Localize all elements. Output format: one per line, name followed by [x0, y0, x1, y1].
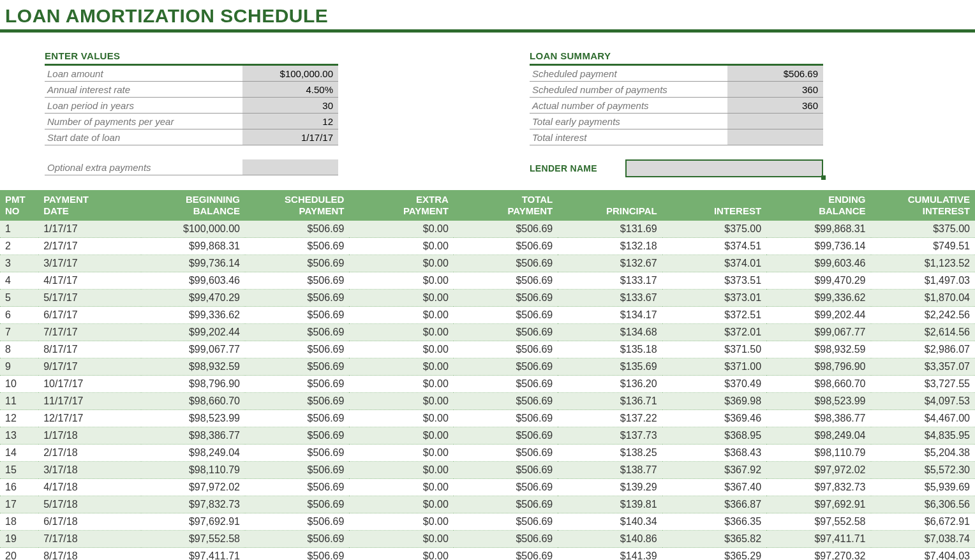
cell-cum[interactable]: $5,939.69	[871, 479, 975, 496]
cell-no[interactable]: 15	[0, 462, 38, 479]
cell-cum[interactable]: $4,467.00	[871, 410, 975, 427]
cell-int[interactable]: $368.43	[662, 445, 766, 462]
table-row[interactable]: 208/17/18$97,411.71$506.69$0.00$506.69$1…	[0, 548, 975, 561]
cell-prin[interactable]: $134.68	[558, 324, 662, 341]
cell-no[interactable]: 20	[0, 548, 38, 561]
cell-int[interactable]: $365.82	[662, 531, 766, 548]
cell-extra[interactable]: $0.00	[349, 341, 453, 358]
cell-total[interactable]: $506.69	[454, 376, 558, 393]
cell-date[interactable]: 6/17/17	[38, 307, 140, 324]
cell-sched[interactable]: $506.69	[245, 548, 349, 561]
cell-extra[interactable]: $0.00	[349, 272, 453, 290]
cell-end[interactable]: $97,972.02	[766, 462, 870, 479]
cell-sched[interactable]: $506.69	[245, 221, 349, 238]
enter-values-value[interactable]: 1/17/17	[242, 129, 338, 145]
cell-int[interactable]: $370.49	[662, 376, 766, 393]
cell-end[interactable]: $97,411.71	[766, 531, 870, 548]
cell-total[interactable]: $506.69	[454, 513, 558, 531]
cell-no[interactable]: 11	[0, 393, 38, 410]
cell-prin[interactable]: $135.18	[558, 341, 662, 358]
cell-beg[interactable]: $98,523.99	[141, 410, 245, 427]
cell-no[interactable]: 8	[0, 341, 38, 358]
cell-total[interactable]: $506.69	[454, 427, 558, 445]
cell-cum[interactable]: $7,404.03	[871, 548, 975, 561]
cell-sched[interactable]: $506.69	[245, 238, 349, 255]
cell-no[interactable]: 5	[0, 290, 38, 307]
cell-end[interactable]: $98,523.99	[766, 393, 870, 410]
cell-prin[interactable]: $138.77	[558, 462, 662, 479]
cell-no[interactable]: 18	[0, 513, 38, 531]
cell-extra[interactable]: $0.00	[349, 462, 453, 479]
cell-cum[interactable]: $3,727.55	[871, 376, 975, 393]
cell-date[interactable]: 3/17/17	[38, 255, 140, 272]
table-row[interactable]: 142/17/18$98,249.04$506.69$0.00$506.69$1…	[0, 445, 975, 462]
cell-prin[interactable]: $140.86	[558, 531, 662, 548]
cell-cum[interactable]: $7,038.74	[871, 531, 975, 548]
cell-int[interactable]: $367.40	[662, 479, 766, 496]
cell-sched[interactable]: $506.69	[245, 255, 349, 272]
cell-no[interactable]: 14	[0, 445, 38, 462]
table-row[interactable]: 186/17/18$97,692.91$506.69$0.00$506.69$1…	[0, 513, 975, 531]
cell-extra[interactable]: $0.00	[349, 548, 453, 561]
cell-prin[interactable]: $138.25	[558, 445, 662, 462]
cell-end[interactable]: $98,110.79	[766, 445, 870, 462]
cell-extra[interactable]: $0.00	[349, 290, 453, 307]
cell-date[interactable]: 10/17/17	[38, 376, 140, 393]
cell-date[interactable]: 5/17/17	[38, 290, 140, 307]
cell-cum[interactable]: $2,614.56	[871, 324, 975, 341]
cell-cum[interactable]: $3,357.07	[871, 358, 975, 376]
cell-int[interactable]: $371.00	[662, 358, 766, 376]
cell-extra[interactable]: $0.00	[349, 221, 453, 238]
cell-date[interactable]: 6/17/18	[38, 513, 140, 531]
cell-prin[interactable]: $131.69	[558, 221, 662, 238]
cell-extra[interactable]: $0.00	[349, 376, 453, 393]
cell-beg[interactable]: $98,110.79	[141, 462, 245, 479]
table-row[interactable]: 22/17/17$99,868.31$506.69$0.00$506.69$13…	[0, 238, 975, 255]
table-row[interactable]: 99/17/17$98,932.59$506.69$0.00$506.69$13…	[0, 358, 975, 376]
cell-total[interactable]: $506.69	[454, 393, 558, 410]
cell-beg[interactable]: $99,603.46	[141, 272, 245, 290]
cell-total[interactable]: $506.69	[454, 341, 558, 358]
enter-values-value[interactable]: 12	[242, 114, 338, 129]
cell-beg[interactable]: $97,411.71	[141, 548, 245, 561]
cell-int[interactable]: $373.51	[662, 272, 766, 290]
cell-int[interactable]: $368.95	[662, 427, 766, 445]
cell-date[interactable]: 1/17/17	[38, 221, 140, 238]
cell-no[interactable]: 13	[0, 427, 38, 445]
cell-prin[interactable]: $133.17	[558, 272, 662, 290]
cell-no[interactable]: 2	[0, 238, 38, 255]
cell-end[interactable]: $97,270.32	[766, 548, 870, 561]
cell-int[interactable]: $372.01	[662, 324, 766, 341]
cell-date[interactable]: 7/17/18	[38, 531, 140, 548]
enter-values-value[interactable]: 30	[242, 98, 338, 113]
cell-total[interactable]: $506.69	[454, 238, 558, 255]
cell-extra[interactable]: $0.00	[349, 427, 453, 445]
cell-total[interactable]: $506.69	[454, 496, 558, 513]
cell-beg[interactable]: $99,868.31	[141, 238, 245, 255]
table-row[interactable]: 1111/17/17$98,660.70$506.69$0.00$506.69$…	[0, 393, 975, 410]
cell-prin[interactable]: $132.67	[558, 255, 662, 272]
table-row[interactable]: 88/17/17$99,067.77$506.69$0.00$506.69$13…	[0, 341, 975, 358]
cell-no[interactable]: 10	[0, 376, 38, 393]
cell-sched[interactable]: $506.69	[245, 376, 349, 393]
cell-cum[interactable]: $6,306.56	[871, 496, 975, 513]
cell-sched[interactable]: $506.69	[245, 358, 349, 376]
cell-end[interactable]: $99,868.31	[766, 221, 870, 238]
cell-end[interactable]: $99,736.14	[766, 238, 870, 255]
cell-end[interactable]: $97,552.58	[766, 513, 870, 531]
cell-sched[interactable]: $506.69	[245, 393, 349, 410]
table-row[interactable]: 33/17/17$99,736.14$506.69$0.00$506.69$13…	[0, 255, 975, 272]
cell-beg[interactable]: $99,067.77	[141, 341, 245, 358]
cell-beg[interactable]: $98,932.59	[141, 358, 245, 376]
cell-extra[interactable]: $0.00	[349, 513, 453, 531]
cell-sched[interactable]: $506.69	[245, 445, 349, 462]
cell-total[interactable]: $506.69	[454, 462, 558, 479]
cell-total[interactable]: $506.69	[454, 548, 558, 561]
cell-beg[interactable]: $98,660.70	[141, 393, 245, 410]
cell-total[interactable]: $506.69	[454, 307, 558, 324]
cell-beg[interactable]: $99,470.29	[141, 290, 245, 307]
lender-name-input[interactable]	[625, 159, 823, 177]
cell-beg[interactable]: $98,386.77	[141, 427, 245, 445]
cell-sched[interactable]: $506.69	[245, 272, 349, 290]
table-row[interactable]: 164/17/18$97,972.02$506.69$0.00$506.69$1…	[0, 479, 975, 496]
